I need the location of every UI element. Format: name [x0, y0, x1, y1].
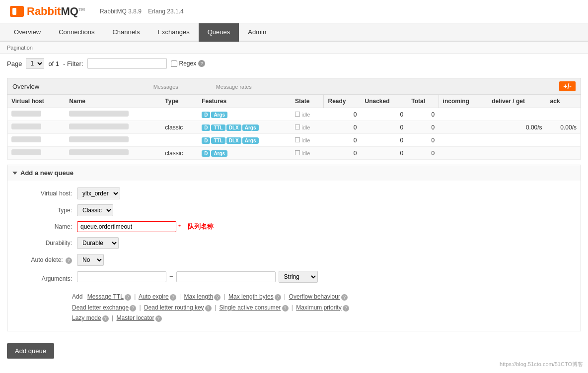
args-key-input[interactable] [77, 271, 166, 282]
state-checkbox [295, 137, 300, 142]
arg-auto-expire[interactable]: Auto expire [139, 293, 169, 300]
nav-connections[interactable]: Connections [50, 23, 103, 42]
message-ttl-help[interactable]: ? [125, 294, 131, 301]
cell-unacked: 0 [361, 108, 408, 121]
cell-total: 0 [407, 108, 439, 121]
main-nav: Overview Connections Channels Exchanges … [0, 23, 588, 42]
table-row: DArgs idle000 [7, 108, 581, 121]
args-type-select[interactable]: String Number Boolean List [279, 271, 318, 283]
logo-tm: TM [78, 7, 85, 12]
master-locator-help[interactable]: ? [155, 315, 162, 322]
page-label: Page [7, 60, 22, 67]
feature-badge-args: Args [211, 150, 227, 157]
col-virtual-host: Virtual host [7, 95, 66, 108]
table-row: classicDTTLDLXArgs idle0000.00/s0.00/s [7, 121, 581, 134]
col-state: State [291, 95, 324, 108]
auto-expire-help[interactable]: ? [170, 294, 176, 301]
feature-badge-d: D [202, 150, 210, 157]
regex-checkbox[interactable] [171, 61, 177, 67]
dead-letter-exchange-help[interactable]: ? [130, 305, 136, 311]
max-length-bytes-help[interactable]: ? [275, 294, 281, 301]
feature-badge-ttl: TTL [211, 137, 225, 144]
durability-select[interactable]: Durable Transient [77, 237, 119, 249]
feature-badge-args: Args [242, 137, 259, 144]
args-inputs: = String Number Boolean List [77, 271, 318, 283]
add-queue-header[interactable]: Add a new queue [7, 165, 581, 181]
cell-ready: 0 [324, 134, 361, 147]
add-queue-body: Virtual host: yltx_order Type: Classic N… [7, 181, 581, 331]
name-input[interactable] [77, 221, 176, 232]
state-text: idle [301, 137, 310, 143]
state-text: idle [301, 150, 310, 156]
arg-max-length-bytes[interactable]: Max length bytes [228, 293, 274, 300]
arg-lazy-mode[interactable]: Lazy mode [72, 314, 101, 321]
arguments-label: Arguments: [17, 275, 72, 282]
cell-state: idle [291, 121, 324, 134]
col-features: Features [198, 95, 291, 108]
durability-label: Durability: [17, 240, 72, 247]
feature-badge-d: D [202, 137, 210, 144]
maximum-priority-help[interactable]: ? [343, 305, 349, 311]
page-select[interactable]: 1 [26, 58, 44, 69]
cell-ack [546, 147, 581, 160]
nav-queues[interactable]: Queues [199, 23, 239, 42]
name-row: Name: * 队列名称 [17, 221, 571, 232]
name-label: Name: [17, 223, 72, 230]
cell-ready: 0 [324, 108, 361, 121]
logo-mq: MQ [61, 5, 78, 17]
cell-features: DTTLDLXArgs [198, 134, 291, 147]
max-length-help[interactable]: ? [214, 294, 220, 301]
virtual-host-select[interactable]: yltx_order [77, 187, 120, 199]
auto-delete-help[interactable]: ? [66, 257, 72, 264]
watermark: https://blog.51cto.com/51CTO博客 [500, 361, 583, 366]
cell-incoming [439, 147, 488, 160]
cell-incoming [439, 121, 488, 134]
nav-channels[interactable]: Channels [103, 23, 148, 42]
pagination-controls: Page 1 of 1 - Filter: Regex ? [0, 54, 588, 73]
args-val-input[interactable] [176, 271, 276, 282]
nav-exchanges[interactable]: Exchanges [148, 23, 198, 42]
add-queue-button[interactable]: Add queue [7, 343, 54, 359]
arg-dead-letter-exchange[interactable]: Dead letter exchange [72, 304, 129, 311]
arg-message-ttl[interactable]: Message TTL [87, 293, 124, 300]
arg-master-locator[interactable]: Master locator [117, 314, 154, 321]
single-active-consumer-help[interactable]: ? [282, 305, 289, 311]
state-checkbox [295, 150, 300, 155]
blurred-virtual-host [11, 136, 41, 142]
lazy-mode-help[interactable]: ? [102, 315, 109, 322]
blurred-name [69, 111, 129, 117]
cell-type [161, 134, 198, 147]
cell-name [65, 134, 161, 147]
arg-max-length[interactable]: Max length [184, 293, 214, 300]
version-info: RabbitMQ 3.8.9 Erlang 23.1.4 [100, 8, 189, 15]
cell-ready: 0 [324, 121, 361, 134]
col-ready: Ready [324, 95, 361, 108]
erlang-version: Erlang 23.1.4 [148, 8, 183, 15]
add-args-section: Add Message TTL? | Auto expire? | Max le… [72, 292, 571, 324]
collapse-icon [12, 172, 17, 175]
cell-ack: 0.00/s [546, 121, 581, 134]
cell-virtual-host [7, 108, 66, 121]
filter-input[interactable] [87, 58, 167, 69]
feature-badge-ttl: TTL [211, 124, 225, 131]
type-select[interactable]: Classic [77, 204, 113, 216]
regex-help[interactable]: ? [198, 60, 205, 67]
pagination-section-label: Pagination [7, 45, 33, 51]
blurred-virtual-host [11, 149, 41, 155]
cell-total: 0 [407, 134, 439, 147]
table-header-row: Virtual host Name Type Features State Re… [7, 95, 581, 108]
cell-type: classic [161, 147, 198, 160]
feature-badge-dlx: DLX [226, 137, 241, 144]
arg-dead-letter-routing-key[interactable]: Dead letter routing key [144, 304, 204, 311]
nav-admin[interactable]: Admin [239, 23, 275, 42]
nav-overview[interactable]: Overview [5, 23, 50, 42]
dead-letter-routing-key-help[interactable]: ? [205, 305, 212, 311]
cell-deliver-get [488, 147, 546, 160]
overflow-behaviour-help[interactable]: ? [341, 294, 348, 301]
auto-delete-select[interactable]: No Yes [77, 254, 104, 266]
arg-single-active-consumer[interactable]: Single active consumer [219, 304, 281, 311]
arg-maximum-priority[interactable]: Maximum priority [296, 304, 341, 311]
toggle-columns-button[interactable]: +/- [559, 81, 576, 91]
cell-virtual-host [7, 147, 66, 160]
arg-overflow-behaviour[interactable]: Overflow behaviour [289, 293, 340, 300]
